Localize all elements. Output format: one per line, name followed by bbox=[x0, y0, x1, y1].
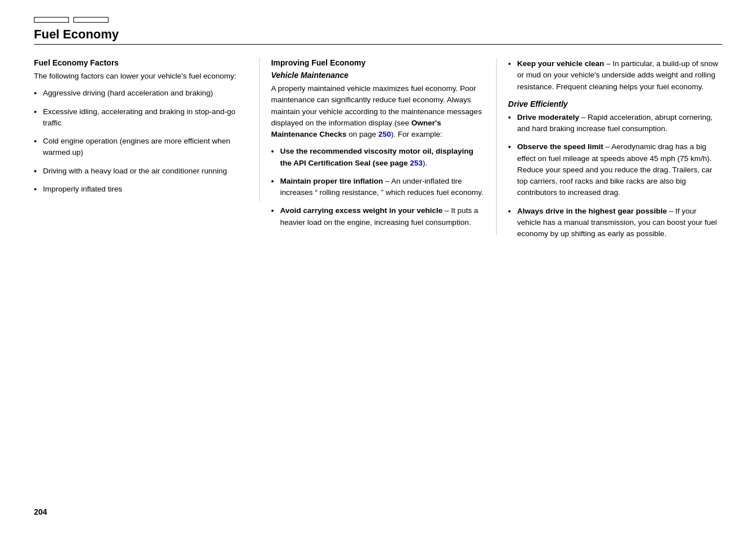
list-item: Always drive in the highest gear possibl… bbox=[508, 206, 722, 240]
bullet2-end: ). bbox=[423, 159, 427, 167]
vm-end: ). For example: bbox=[391, 130, 442, 138]
vehicle-maintenance-subheading: Vehicle Maintenance bbox=[271, 71, 485, 80]
bullet2-bold: Use the recommended viscosity motor oil,… bbox=[280, 147, 473, 167]
list-item: Driving with a heavy load or the air con… bbox=[34, 166, 248, 177]
bullet3-dash: – bbox=[383, 177, 391, 185]
clean-bold: Keep your vehicle clean bbox=[517, 59, 604, 68]
column-efficiently: Keep your vehicle clean – In particular,… bbox=[497, 58, 722, 246]
bullet3-bold: Maintain proper tire inflation bbox=[280, 177, 383, 185]
eff-bullet1-bold: Drive moderately bbox=[517, 113, 579, 121]
tab-area bbox=[34, 17, 722, 23]
list-item: Maintain proper tire inflation – An unde… bbox=[271, 176, 485, 199]
column-factors: Fuel Economy Factors The following facto… bbox=[34, 58, 260, 202]
list-item: Avoid carrying excess weight in your veh… bbox=[271, 205, 485, 228]
page-title: Fuel Economy bbox=[34, 27, 722, 42]
vehicle-maintenance-body: A properly maintained vehicle maximizes … bbox=[271, 83, 485, 140]
list-item: Cold engine operation (engines are more … bbox=[34, 136, 248, 159]
list-item: Keep your vehicle clean – In particular,… bbox=[508, 58, 722, 93]
content-area: Fuel Economy Factors The following facto… bbox=[34, 58, 722, 246]
factors-heading: Fuel Economy Factors bbox=[34, 58, 248, 67]
list-item: Use the recommended viscosity motor oil,… bbox=[271, 146, 485, 169]
improving-bullet-list: Use the recommended viscosity motor oil,… bbox=[271, 146, 485, 228]
improving-heading: Improving Fuel Economy bbox=[271, 58, 485, 67]
vm-link[interactable]: 250 bbox=[379, 130, 392, 138]
list-item: Excessive idling, accelerating and braki… bbox=[34, 106, 248, 129]
factors-intro: The following factors can lower your veh… bbox=[34, 71, 248, 82]
page-container: Fuel Economy Fuel Economy Factors The fo… bbox=[0, 0, 756, 539]
factors-bullet-list: Aggressive driving (hard acceleration an… bbox=[34, 88, 248, 195]
tab-2[interactable] bbox=[73, 17, 108, 23]
eff-bullet2-dash: – bbox=[603, 142, 611, 151]
list-item: Observe the speed limit – Aerodynamic dr… bbox=[508, 141, 722, 198]
eff-bullet3-dash: – bbox=[667, 207, 675, 215]
clean-bullet-list: Keep your vehicle clean – In particular,… bbox=[508, 58, 722, 93]
eff-bullet2-bold: Observe the speed limit bbox=[517, 142, 603, 151]
tab-1[interactable] bbox=[34, 17, 69, 23]
vm-mid: on page bbox=[346, 130, 378, 138]
clean-dash: – bbox=[604, 59, 612, 68]
vm-intro: A properly maintained vehicle maximizes … bbox=[271, 84, 482, 127]
title-divider bbox=[34, 44, 722, 45]
bullet4-dash: – bbox=[442, 206, 451, 215]
page-number: 204 bbox=[34, 507, 47, 516]
list-item: Improperly inflated tires bbox=[34, 184, 248, 195]
drive-efficiently-subheading: Drive Efficiently bbox=[508, 99, 722, 108]
list-item: Drive moderately – Rapid acceleration, a… bbox=[508, 112, 722, 135]
bullet2-link[interactable]: 253 bbox=[410, 159, 423, 167]
bullet4-bold: Avoid carrying excess weight in your veh… bbox=[280, 206, 443, 215]
efficiently-bullet-list: Drive moderately – Rapid acceleration, a… bbox=[508, 112, 722, 240]
eff-bullet1-dash: – bbox=[579, 113, 588, 121]
eff-bullet3-bold: Always drive in the highest gear possibl… bbox=[517, 207, 667, 215]
list-item: Aggressive driving (hard acceleration an… bbox=[34, 88, 248, 99]
column-improving: Improving Fuel Economy Vehicle Maintenan… bbox=[260, 58, 497, 235]
